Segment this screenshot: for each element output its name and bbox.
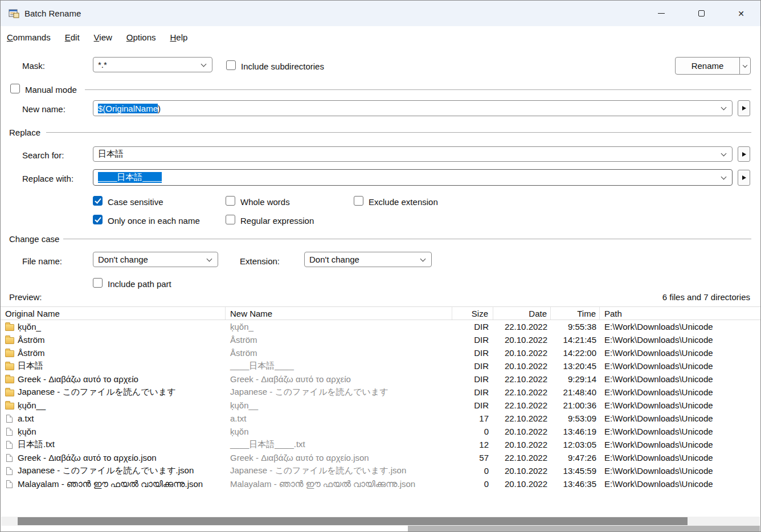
mask-combobox[interactable]: *.*: [93, 57, 212, 72]
column-header-size[interactable]: Size: [452, 307, 493, 320]
original-name-cell: Åström: [18, 335, 45, 345]
size-cell: DIR: [452, 400, 493, 410]
table-row[interactable]: Greek - Διαβάζω αυτό το αρχείο.jsonGreek…: [1, 451, 760, 464]
case-sensitive-checkbox[interactable]: [93, 196, 103, 206]
column-header-path[interactable]: Path: [600, 307, 760, 320]
preview-table: Original Name New Name Size Date Time Pa…: [1, 306, 760, 490]
extension-label: Extension:: [240, 256, 280, 266]
table-row[interactable]: a.txta.txt1722.10.20229:53:09E:\Work\Dow…: [1, 412, 760, 425]
close-icon: ✕: [738, 10, 744, 18]
original-name-cell: 日本語.txt: [18, 439, 55, 450]
size-cell: DIR: [452, 374, 493, 384]
original-name-cell: Japanese - このファイルを読んでいます.json: [18, 465, 194, 476]
search-for-history-button[interactable]: [738, 146, 750, 162]
horizontal-scrollbar[interactable]: [1, 517, 760, 526]
menu-edit[interactable]: Edit: [60, 29, 85, 46]
new-name-cell: Malayalam - ഞാൻ ഈ ഫയൽ വായിക്കുന്നു.json: [226, 479, 452, 489]
column-header-time[interactable]: Time: [551, 307, 600, 320]
original-name-cell: Malayalam - ഞാൻ ഈ ഫയൽ വായിക്കുന്നു.json: [18, 479, 203, 489]
menu-view[interactable]: View: [89, 29, 117, 46]
separator-line: [46, 132, 751, 133]
file-name-label: File name:: [22, 256, 62, 266]
table-row[interactable]: 日本語.txt____日本語____.txt1220.10.202212:03:…: [1, 438, 760, 451]
maximize-button[interactable]: [688, 1, 714, 26]
column-header-new-name[interactable]: New Name: [226, 307, 452, 320]
only-once-checkbox[interactable]: [93, 215, 103, 224]
folder-icon: [5, 350, 14, 357]
size-cell: DIR: [452, 335, 493, 345]
scrollbar-thumb[interactable]: [18, 517, 688, 525]
include-subdirectories-label: Include subdirectories: [241, 62, 324, 71]
table-row[interactable]: Greek - Διαβάζω αυτό το αρχείοGreek - Δι…: [1, 373, 760, 386]
size-cell: 0: [452, 466, 493, 476]
date-cell: 20.10.2022: [493, 440, 551, 449]
column-header-date[interactable]: Date: [493, 307, 551, 320]
whole-words-checkbox[interactable]: [226, 196, 235, 206]
folder-icon: [5, 363, 14, 370]
new-name-cell: Japanese - このファイルを読んでいます: [226, 387, 452, 398]
chevron-down-icon: [721, 174, 727, 179]
new-name-history-button[interactable]: [738, 100, 750, 116]
time-cell: 9:29:14: [551, 374, 600, 384]
table-row[interactable]: ķųŏnķųŏn020.10.202213:46:19E:\Work\Downl…: [1, 425, 760, 438]
path-cell: E:\Work\Downloads\Unicode: [600, 322, 760, 332]
case-sensitive-label: Case sensitive: [108, 197, 163, 207]
column-header-original-name[interactable]: Original Name: [1, 307, 226, 320]
date-cell: 22.10.2022: [493, 374, 551, 384]
table-row[interactable]: Malayalam - ഞാൻ ഈ ഫയൽ വായിക്കുന്നു.jsonM…: [1, 477, 760, 490]
table-row[interactable]: Japanese - このファイルを読んでいます.jsonJapanese - …: [1, 464, 760, 477]
include-subdirectories-checkbox[interactable]: [226, 60, 236, 70]
manual-mode-checkbox[interactable]: [10, 84, 20, 93]
original-name-cell: ķųŏn__: [18, 400, 46, 410]
search-for-combobox[interactable]: 日本語: [93, 146, 733, 162]
date-cell: 20.10.2022: [493, 466, 551, 476]
regular-expression-checkbox[interactable]: [226, 215, 235, 224]
exclude-extension-checkbox[interactable]: [354, 196, 363, 206]
chevron-down-icon: [207, 256, 212, 261]
new-name-cell: ____日本語____: [226, 361, 452, 371]
replace-with-combobox[interactable]: ____日本語____: [93, 169, 733, 186]
original-name-cell: Greek - Διαβάζω αυτό το αρχείο: [18, 374, 138, 384]
menu-options[interactable]: Options: [121, 29, 161, 46]
minimize-button[interactable]: [648, 1, 674, 26]
table-row[interactable]: ÅströmÅströmDIR20.10.202214:21:45E:\Work…: [1, 333, 760, 346]
extension-case-combobox[interactable]: Don't change: [304, 252, 432, 267]
rename-dropdown-button[interactable]: [739, 58, 750, 74]
path-cell: E:\Work\Downloads\Unicode: [600, 414, 760, 423]
file-name-case-combobox[interactable]: Don't change: [93, 252, 218, 267]
original-name-cell: ķųŏn: [18, 427, 36, 436]
table-row[interactable]: ÅströmÅströmDIR20.10.202214:22:00E:\Work…: [1, 346, 760, 359]
new-name-cell: ķųŏn: [226, 427, 452, 436]
table-row[interactable]: ķųŏn_ķųŏn_DIR22.10.20229:55:38E:\Work\Do…: [1, 320, 760, 333]
date-cell: 22.10.2022: [493, 453, 551, 463]
regular-expression-label: Regular expression: [240, 216, 314, 226]
menu-help[interactable]: Help: [165, 29, 193, 46]
file-icon: [6, 454, 13, 462]
size-cell: 0: [452, 479, 493, 489]
path-cell: E:\Work\Downloads\Unicode: [600, 466, 760, 476]
date-cell: 22.10.2022: [493, 322, 551, 332]
time-cell: 13:46:19: [551, 427, 600, 436]
preview-rows: ķųŏn_ķųŏn_DIR22.10.20229:55:38E:\Work\Do…: [1, 320, 760, 490]
replace-with-history-button[interactable]: [738, 170, 750, 186]
minimize-icon: [658, 13, 665, 14]
exclude-extension-label: Exclude extension: [369, 197, 438, 207]
time-cell: 13:46:35: [551, 479, 600, 489]
date-cell: 20.10.2022: [493, 335, 551, 345]
include-path-part-checkbox[interactable]: [93, 278, 103, 288]
table-row[interactable]: Japanese - このファイルを読んでいますJapanese - このファイ…: [1, 386, 760, 399]
path-cell: E:\Work\Downloads\Unicode: [600, 427, 760, 436]
original-name-cell: a.txt: [18, 414, 34, 423]
rename-button[interactable]: Rename: [676, 58, 739, 74]
new-name-combobox[interactable]: $(OriginalName): [93, 100, 733, 116]
close-button[interactable]: ✕: [728, 1, 754, 26]
date-cell: 20.10.2022: [493, 479, 551, 489]
path-cell: E:\Work\Downloads\Unicode: [600, 361, 760, 371]
date-cell: 20.10.2022: [493, 361, 551, 371]
include-path-part-label: Include path part: [108, 279, 171, 289]
menu-commands[interactable]: Commands: [2, 29, 56, 46]
table-row[interactable]: ķųŏn__ķųŏn__DIR22.10.202221:00:36E:\Work…: [1, 399, 760, 412]
file-icon: [6, 428, 13, 436]
new-name-label: New name:: [22, 104, 66, 114]
table-row[interactable]: 日本語____日本語____DIR20.10.202213:20:45E:\Wo…: [1, 359, 760, 373]
